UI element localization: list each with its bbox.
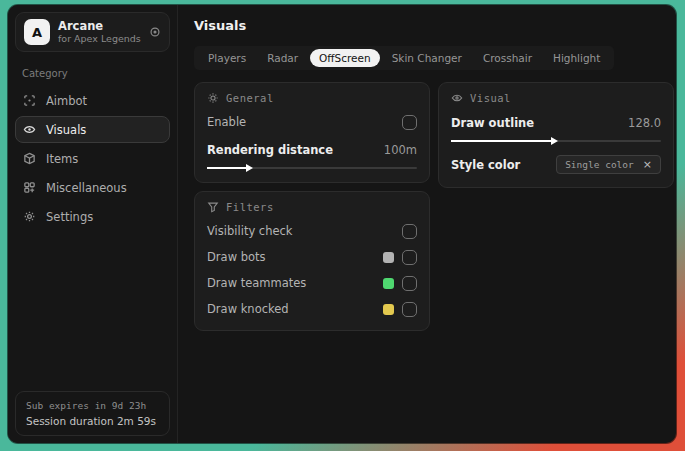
sub-expires-text: Sub expires in 9d 23h — [26, 400, 159, 411]
sidebar-item-label: Settings — [46, 210, 93, 224]
draw-teammates-color-swatch[interactable] — [383, 278, 394, 289]
app-logo: A — [24, 19, 50, 45]
draw-bots-label: Draw bots — [207, 250, 266, 264]
general-panel: General Enable Rendering distance 100m — [194, 82, 430, 183]
enable-label: Enable — [207, 115, 246, 129]
slider-fill[interactable] — [451, 140, 556, 142]
rendering-distance-slider[interactable] — [207, 167, 417, 169]
sidebar-item-settings[interactable]: Settings — [15, 203, 170, 230]
sidebar-item-aimbot[interactable]: Aimbot — [15, 87, 170, 114]
gear-icon — [23, 210, 36, 223]
draw-knocked-label: Draw knocked — [207, 302, 289, 316]
slider-fill[interactable] — [207, 167, 251, 169]
eye-scan-icon — [23, 123, 36, 136]
clear-icon[interactable]: × — [643, 159, 652, 170]
rendering-distance-value: 100m — [384, 143, 417, 157]
sidebar-item-visuals[interactable]: Visuals — [15, 116, 170, 143]
page-title: Visuals — [194, 18, 674, 33]
tab-radar[interactable]: Radar — [258, 49, 307, 67]
box-icon — [23, 152, 36, 165]
enable-checkbox[interactable] — [402, 115, 417, 130]
crosshair-icon — [23, 94, 36, 107]
tab-highlight[interactable]: Highlight — [544, 49, 609, 67]
visibility-check-checkbox[interactable] — [402, 224, 417, 239]
session-duration-text: Session duration 2m 59s — [26, 415, 159, 427]
sidebar-item-label: Items — [46, 152, 78, 166]
visuals-tabstrip: Players Radar OffScreen Skin Changer Cro… — [194, 46, 614, 70]
visual-panel: Visual Draw outline 128.0 Style color Si… — [438, 82, 674, 188]
draw-teammates-checkbox[interactable] — [402, 276, 417, 291]
style-color-value: Single color — [565, 159, 634, 170]
grid-icon — [23, 181, 36, 194]
circle-dot-icon[interactable] — [149, 26, 161, 38]
main-content: Visuals Players Radar OffScreen Skin Cha… — [178, 5, 676, 443]
subscription-card: Sub expires in 9d 23h Session duration 2… — [15, 391, 170, 436]
visibility-check-label: Visibility check — [207, 224, 293, 238]
draw-outline-value: 128.0 — [628, 116, 661, 130]
tab-offscreen[interactable]: OffScreen — [310, 49, 380, 67]
draw-outline-slider[interactable] — [451, 140, 661, 142]
app-subtitle: for Apex Legends — [58, 33, 141, 45]
funnel-icon — [207, 201, 219, 213]
general-panel-title: General — [226, 92, 274, 104]
sidebar: A Arcane for Apex Legends Category Aimbo… — [8, 5, 178, 443]
draw-teammates-label: Draw teammates — [207, 276, 306, 290]
sidebar-item-label: Visuals — [46, 123, 86, 137]
sun-gear-icon — [207, 92, 219, 104]
sidebar-nav: Aimbot Visuals Items Miscellaneous — [8, 87, 177, 230]
draw-outline-label: Draw outline — [451, 116, 534, 130]
app-name: Arcane — [58, 19, 141, 33]
draw-knocked-color-swatch[interactable] — [383, 304, 394, 315]
app-window: A Arcane for Apex Legends Category Aimbo… — [8, 5, 676, 443]
draw-knocked-checkbox[interactable] — [402, 302, 417, 317]
logo-letter: A — [32, 25, 42, 40]
tab-crosshair[interactable]: Crosshair — [474, 49, 541, 67]
eye-icon — [451, 92, 463, 104]
tab-players[interactable]: Players — [199, 49, 255, 67]
sidebar-item-label: Aimbot — [46, 94, 87, 108]
rendering-distance-label: Rendering distance — [207, 143, 333, 157]
tab-skin-changer[interactable]: Skin Changer — [383, 49, 471, 67]
brand-card: A Arcane for Apex Legends — [15, 12, 170, 52]
draw-bots-color-swatch[interactable] — [383, 252, 394, 263]
filters-panel-title: Filters — [226, 201, 274, 213]
sidebar-item-miscellaneous[interactable]: Miscellaneous — [15, 174, 170, 201]
style-color-select[interactable]: Single color × — [556, 155, 661, 174]
style-color-label: Style color — [451, 158, 520, 172]
category-label: Category — [22, 68, 163, 79]
filters-panel: Filters Visibility check Draw bots — [194, 191, 430, 331]
sidebar-item-label: Miscellaneous — [46, 181, 127, 195]
draw-bots-checkbox[interactable] — [402, 250, 417, 265]
visual-panel-title: Visual — [470, 92, 511, 104]
sidebar-item-items[interactable]: Items — [15, 145, 170, 172]
